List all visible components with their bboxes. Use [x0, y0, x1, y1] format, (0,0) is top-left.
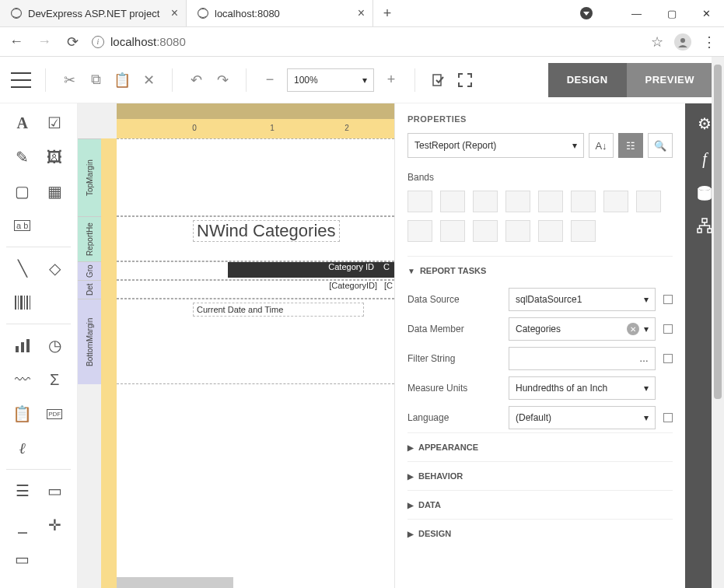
chart-tool-icon[interactable] — [8, 334, 37, 357]
band-type-icon[interactable] — [636, 191, 661, 212]
checkbox-tool-icon[interactable]: ☑ — [40, 111, 70, 135]
clear-icon[interactable]: ✕ — [627, 323, 639, 335]
browser-tab-2[interactable]: localhost:8080 × — [187, 0, 373, 26]
richtext-tool-icon[interactable]: ✎ — [8, 145, 37, 169]
sparkline-tool-icon[interactable]: 〰 — [8, 368, 37, 391]
filter-string-input[interactable]: … — [509, 347, 656, 370]
paste-icon[interactable]: 📋 — [113, 71, 131, 89]
label-tool-icon[interactable]: A — [8, 111, 37, 135]
maximize-button[interactable]: ▢ — [654, 2, 689, 25]
delete-icon[interactable]: ✕ — [139, 71, 158, 89]
pivotgrid-tool-icon[interactable]: Σ — [40, 368, 70, 391]
report-surface[interactable]: NWind Categories Category ID C [Category… — [117, 138, 394, 588]
band-group-header[interactable]: Gro — [78, 261, 101, 280]
minimize-button[interactable]: — — [619, 2, 654, 25]
language-select[interactable]: (Default)▾ — [509, 406, 656, 429]
band-type-icon[interactable] — [505, 220, 530, 242]
browser-menu-icon[interactable]: ⋮ — [702, 33, 716, 51]
band-report-header[interactable]: ReportHe — [78, 216, 101, 261]
forward-button[interactable]: → — [36, 33, 53, 50]
zoom-select[interactable]: 100% ▾ — [287, 68, 374, 92]
band-type-icon[interactable] — [473, 220, 498, 242]
browser-scrollbar[interactable] — [712, 57, 724, 588]
band-type-icon[interactable] — [538, 220, 563, 242]
design-view-button[interactable]: DESIGN — [548, 63, 627, 97]
property-marker[interactable] — [663, 295, 673, 304]
zoom-in-icon[interactable]: + — [382, 71, 400, 89]
property-marker[interactable] — [663, 413, 673, 422]
column-header-row[interactable]: Category ID C — [228, 262, 394, 278]
close-button[interactable]: ✕ — [689, 2, 724, 25]
charactercomb-tool-icon[interactable]: a b — [8, 214, 37, 237]
close-icon[interactable]: × — [171, 6, 178, 20]
toc-tool-icon[interactable]: ☰ — [8, 479, 37, 502]
report-explorer-icon[interactable] — [697, 218, 712, 233]
close-icon[interactable]: × — [358, 6, 365, 20]
band-type-icon[interactable] — [407, 220, 432, 242]
section-data[interactable]: ▶DATA — [407, 490, 673, 519]
pagebreak-tool-icon[interactable]: ⎯ — [8, 513, 37, 537]
panel-tool-icon[interactable]: ▢ — [8, 180, 37, 203]
design-canvas[interactable]: 0 1 2 TopMargin ReportHe Gro Det BottomM… — [78, 103, 394, 588]
zoom-out-icon[interactable]: − — [261, 71, 279, 89]
validate-icon[interactable] — [429, 71, 448, 89]
report-title-label[interactable]: NWind Categories — [193, 220, 340, 242]
sort-category-button[interactable]: ☷ — [618, 133, 643, 158]
page-info-label[interactable]: Current Date and Time — [193, 303, 364, 317]
ellipsis-icon[interactable]: … — [639, 353, 649, 364]
crossbandbox-tool-icon[interactable]: ▭ — [8, 548, 37, 571]
menu-button[interactable] — [11, 72, 31, 88]
preview-view-button[interactable]: PREVIEW — [627, 63, 713, 97]
data-member-select[interactable]: Categories✕▾ — [509, 317, 656, 341]
band-type-icon[interactable] — [407, 191, 432, 212]
measure-units-select[interactable]: Hundredths of an Inch▾ — [509, 376, 656, 400]
bookmark-icon[interactable]: ☆ — [651, 33, 663, 51]
detail-row[interactable]: [CategoryID] [C — [228, 281, 394, 290]
signature-tool-icon[interactable]: ℓ — [8, 436, 37, 460]
search-button[interactable]: 🔍 — [648, 133, 673, 158]
object-selector[interactable]: TestReport (Report) ▾ — [407, 133, 584, 158]
url-field[interactable]: i localhost:8080 — [92, 35, 640, 48]
back-button[interactable]: ← — [8, 33, 25, 50]
undo-icon[interactable]: ↶ — [187, 71, 205, 89]
gauge-tool-icon[interactable]: ◷ — [40, 334, 70, 357]
band-type-icon[interactable] — [505, 191, 530, 212]
band-type-icon[interactable] — [440, 191, 465, 212]
data-source-select[interactable]: sqlDataSource1▾ — [509, 288, 656, 311]
band-type-icon[interactable] — [603, 191, 628, 212]
profile-avatar[interactable] — [674, 33, 691, 51]
band-bottom-margin[interactable]: BottomMargin — [78, 299, 101, 384]
band-top-margin[interactable]: TopMargin — [78, 138, 101, 216]
reload-button[interactable]: ⟳ — [64, 33, 81, 51]
database-icon[interactable] — [698, 185, 712, 201]
subreport-tool-icon[interactable]: 📋 — [8, 402, 37, 425]
section-behavior[interactable]: ▶BEHAVIOR — [407, 461, 673, 490]
picturebox-tool-icon[interactable]: 🖼 — [40, 145, 70, 169]
section-design[interactable]: ▶DESIGN — [407, 519, 673, 548]
site-info-icon[interactable]: i — [92, 36, 104, 48]
barcode-tool-icon[interactable] — [8, 291, 37, 314]
gear-icon[interactable]: ⚙ — [698, 114, 712, 133]
property-marker[interactable] — [663, 324, 673, 334]
section-report-tasks[interactable]: ▼REPORT TASKS — [407, 256, 673, 285]
browser-tab-1[interactable]: DevExpress ASP.NET project × — [0, 0, 187, 26]
band-type-icon[interactable] — [571, 220, 596, 242]
band-type-icon[interactable] — [440, 220, 465, 242]
band-type-icon[interactable] — [473, 191, 498, 212]
section-appearance[interactable]: ▶APPEARANCE — [407, 432, 673, 461]
expression-icon[interactable]: f — [702, 150, 707, 168]
band-type-icon[interactable] — [571, 191, 596, 212]
fullscreen-icon[interactable] — [456, 71, 474, 89]
pageinfo-tool-icon[interactable]: ▭ — [40, 479, 70, 502]
table-tool-icon[interactable]: ▦ — [40, 180, 70, 203]
crossband-tool-icon[interactable]: ✛ — [40, 513, 70, 537]
scrollbar-thumb[interactable] — [714, 65, 722, 399]
pdfcontent-tool-icon[interactable]: PDF — [40, 402, 70, 425]
cut-icon[interactable]: ✂ — [60, 71, 79, 89]
sort-alpha-button[interactable]: A↓ — [589, 133, 614, 158]
copy-icon[interactable]: ⧉ — [86, 71, 105, 89]
band-detail[interactable]: Det — [78, 280, 101, 299]
line-tool-icon[interactable]: ╲ — [8, 257, 37, 280]
property-marker[interactable] — [663, 354, 673, 363]
horizontal-scrollbar-thumb[interactable] — [117, 577, 233, 588]
